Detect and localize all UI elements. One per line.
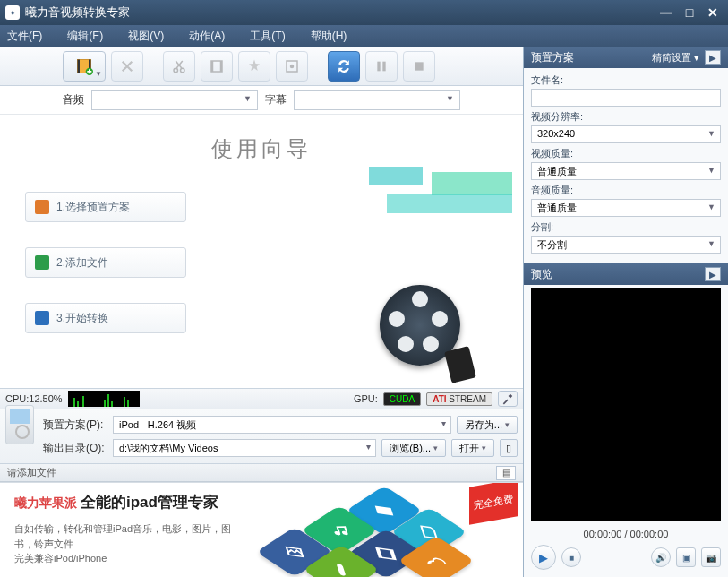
- svg-point-5: [181, 68, 185, 73]
- step-select-preset[interactable]: 1.选择预置方案: [25, 192, 186, 222]
- cuda-badge: CUDA: [383, 392, 421, 406]
- save-as-button[interactable]: 另存为...: [457, 416, 518, 434]
- maximize-button[interactable]: □: [680, 4, 699, 21]
- svg-rect-12: [382, 61, 385, 71]
- preview-canvas: [531, 288, 721, 521]
- output-dir-combo[interactable]: d:\我的文档\My Videos: [113, 439, 376, 457]
- ati-badge: ATI STREAM: [426, 392, 492, 406]
- output-dir-label: 输出目录(O):: [43, 441, 107, 456]
- svg-point-10: [290, 64, 295, 68]
- decorative-overlay: [369, 167, 512, 220]
- audio-label: 音频: [63, 92, 84, 108]
- svg-point-15: [334, 531, 341, 536]
- pause-button[interactable]: [365, 51, 398, 82]
- browse-button[interactable]: 浏览(B)...: [381, 439, 446, 457]
- wizard-title: 使用向导: [0, 134, 523, 163]
- step-label: 2.添加文件: [56, 255, 108, 271]
- window-title: 曦力音视频转换专家: [25, 4, 656, 21]
- audio-combo[interactable]: [91, 90, 258, 110]
- cpu-label: CPU:12.50%: [5, 393, 63, 404]
- split-label: 分割:: [531, 220, 721, 234]
- filelist-hint: 请添加文件: [7, 466, 56, 479]
- banner-graphic: [263, 492, 487, 577]
- convert-button[interactable]: [328, 51, 360, 82]
- crop-button[interactable]: [201, 51, 233, 82]
- svg-rect-11: [377, 61, 380, 71]
- split-combo[interactable]: 不分割: [531, 236, 721, 254]
- banner-sub2: 完美兼容iPod/iPhone: [14, 551, 247, 566]
- preset-scheme-combo[interactable]: iPod - H.264 视频: [113, 416, 451, 434]
- svg-point-16: [341, 530, 348, 535]
- menu-edit[interactable]: 编辑(E): [67, 29, 103, 44]
- sort-button[interactable]: ▤: [496, 466, 516, 480]
- preset-scheme-label: 预置方案(P):: [43, 418, 107, 433]
- step-label: 3.开始转换: [56, 311, 108, 326]
- banner-title: 全能的ipad管理专家: [81, 494, 218, 511]
- subtitle-combo[interactable]: [294, 90, 460, 110]
- menu-tools[interactable]: 工具(T): [250, 29, 285, 44]
- panel-settings-button[interactable]: 精简设置 ▾: [652, 51, 699, 65]
- preview-panel-title: 预览: [531, 267, 552, 282]
- svg-rect-20: [337, 564, 347, 576]
- menu-bar: 文件(F) 编辑(E) 视图(V) 动作(A) 工具(T) 帮助(H): [0, 25, 728, 47]
- settings-button[interactable]: [498, 391, 518, 407]
- filename-input[interactable]: [531, 89, 721, 107]
- resolution-combo[interactable]: 320x240: [531, 125, 721, 143]
- open-button[interactable]: 打开: [451, 439, 494, 457]
- audio-quality-combo[interactable]: 普通质量: [531, 199, 721, 217]
- preview-time: 00:00:00 / 00:00:00: [524, 525, 728, 541]
- effects-button[interactable]: [238, 51, 270, 82]
- film-reel-icon: [371, 280, 469, 379]
- delete-button[interactable]: [111, 51, 143, 82]
- svg-point-4: [174, 68, 178, 73]
- mute-button[interactable]: 🔊: [651, 547, 671, 567]
- cpu-sparkline: [68, 391, 140, 407]
- svg-rect-14: [375, 505, 394, 515]
- panel-play-button[interactable]: ▶: [705, 50, 721, 65]
- camera-button[interactable]: 📷: [701, 547, 721, 567]
- audio-quality-label: 音频质量:: [531, 184, 721, 197]
- svg-rect-8: [220, 61, 222, 72]
- stop-preview-button[interactable]: ■: [561, 547, 581, 567]
- cut-button[interactable]: [163, 51, 195, 82]
- svg-rect-1: [78, 59, 81, 73]
- add-file-button[interactable]: ▼: [63, 51, 106, 82]
- svg-rect-13: [415, 62, 423, 70]
- add-step-icon: [35, 255, 49, 270]
- filename-label: 文件名:: [531, 73, 721, 87]
- preview-play-button[interactable]: ▶: [705, 267, 721, 281]
- svg-rect-7: [211, 61, 213, 72]
- promo-banner[interactable]: 曦力苹果派全能的ipad管理专家 自如传输，转化和管理iPad音乐，电影，图片，…: [0, 482, 523, 577]
- video-quality-label: 视频质量:: [531, 147, 721, 160]
- banner-sub1: 自如传输，转化和管理iPad音乐，电影，图片，图书，铃声文件: [14, 521, 247, 551]
- menu-view[interactable]: 视图(V): [128, 29, 164, 44]
- close-button[interactable]: ✕: [703, 4, 723, 21]
- chevron-down-icon: ▼: [95, 70, 102, 78]
- merge-button[interactable]: [276, 51, 308, 82]
- step-start-convert[interactable]: 3.开始转换: [25, 303, 186, 333]
- step-add-files[interactable]: 2.添加文件: [25, 247, 186, 278]
- preset-step-icon: [35, 200, 49, 214]
- snapshot-button[interactable]: ▣: [676, 547, 696, 567]
- play-button[interactable]: ▶: [531, 545, 556, 570]
- resolution-label: 视频分辨率:: [531, 110, 721, 124]
- minimize-button[interactable]: —: [656, 4, 676, 21]
- menu-action[interactable]: 动作(A): [189, 29, 225, 44]
- ipod-icon: [5, 405, 34, 444]
- gpu-label: GPU:: [354, 393, 378, 404]
- device-button[interactable]: ▯: [500, 439, 518, 457]
- banner-accent: 曦力苹果派: [14, 495, 77, 510]
- video-quality-combo[interactable]: 普通质量: [531, 162, 721, 180]
- convert-step-icon: [35, 311, 49, 325]
- stop-button[interactable]: [403, 51, 435, 82]
- app-icon: ✦: [5, 5, 20, 20]
- preset-panel-title: 预置方案: [531, 50, 574, 65]
- subtitle-label: 字幕: [265, 92, 287, 108]
- menu-help[interactable]: 帮助(H): [311, 29, 347, 44]
- toolbar: ▼: [0, 47, 523, 86]
- step-label: 1.选择预置方案: [56, 200, 130, 215]
- menu-file[interactable]: 文件(F): [7, 29, 42, 44]
